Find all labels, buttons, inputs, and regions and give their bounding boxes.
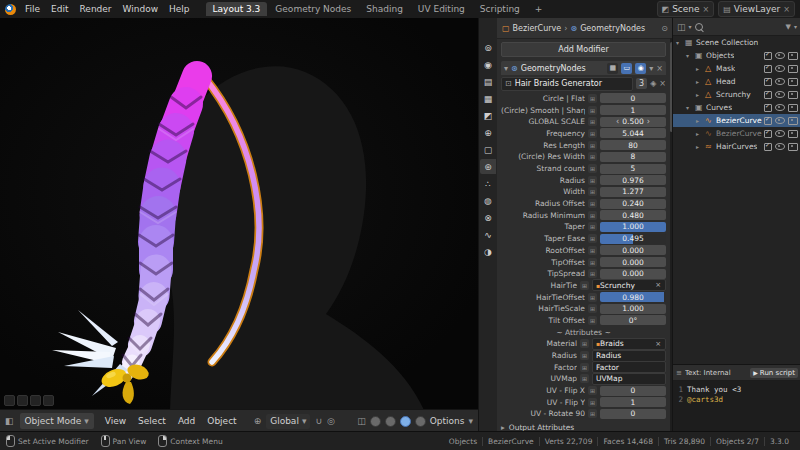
input-attribute-toggle-icon[interactable]: ⊞ — [588, 117, 597, 126]
outliner-row-scrunchy[interactable]: ▸ △ Scrunchy — [673, 88, 800, 101]
expander-icon[interactable]: ▾ — [676, 39, 683, 46]
input-attribute-toggle-icon[interactable]: ⊞ — [580, 339, 589, 348]
editor-type-icon[interactable]: ◧ — [5, 416, 14, 426]
workspace-shading[interactable]: Shading — [359, 2, 410, 16]
shading-wireframe-icon[interactable] — [370, 416, 381, 427]
display-editmode-toggle[interactable]: ▦ — [607, 63, 618, 74]
param-value-field[interactable]: ‹ ▪ Scrunchy › × — [592, 279, 666, 291]
param-value-field[interactable]: ‹ ▪ 5 › × — [600, 164, 666, 174]
viewport-corner-button[interactable] — [43, 395, 54, 406]
mode-dropdown[interactable]: Object Mode ▾ — [20, 413, 94, 429]
camera-icon[interactable] — [788, 143, 798, 151]
viewport-canvas[interactable] — [0, 18, 478, 410]
param-value-field[interactable]: ‹ ▪ 0 › × — [600, 409, 666, 419]
input-attribute-toggle-icon[interactable]: ⊞ — [588, 152, 597, 161]
run-script-button[interactable]: ▶ Run script — [750, 368, 798, 378]
param-value-field[interactable]: ‹ ▪ 1 › × — [600, 397, 666, 407]
param-value-field[interactable]: ‹ ▪ 0.000 › × — [600, 269, 666, 279]
input-attribute-toggle-icon[interactable]: ⊞ — [588, 199, 597, 208]
unlink-icon[interactable]: × — [659, 79, 666, 88]
breadcrumb-modifier[interactable]: GeometryNodes — [580, 24, 645, 33]
camera-icon[interactable] — [788, 52, 798, 60]
menu-help[interactable]: Help — [164, 3, 195, 15]
tab-object-data[interactable]: ∿ — [480, 227, 496, 242]
outliner-row-haircurves[interactable]: ▸ ≈ HairCurves — [673, 140, 800, 153]
eye-icon[interactable] — [775, 117, 785, 124]
viewport-corner-button[interactable] — [30, 395, 41, 406]
eye-icon[interactable] — [775, 104, 785, 111]
param-value-field[interactable]: ‹ ▪ 0.480 › × — [600, 210, 666, 220]
input-attribute-toggle-icon[interactable]: ⊞ — [588, 141, 597, 150]
checkbox-icon[interactable] — [764, 78, 772, 86]
tab-object[interactable]: ▢ — [480, 142, 496, 157]
tab-material[interactable]: ◑ — [480, 244, 496, 259]
text-editor-body[interactable]: 1 Thank you <3 2 @carts3d — [673, 381, 800, 407]
tab-physics[interactable]: ◍ — [480, 193, 496, 208]
checkbox-icon[interactable] — [764, 143, 772, 151]
input-attribute-toggle-icon[interactable]: ⊞ — [588, 258, 597, 267]
add-modifier-button[interactable]: Add Modifier — [501, 42, 666, 57]
shading-rendered-icon[interactable] — [415, 416, 426, 427]
pin-icon[interactable]: ⊙ — [661, 24, 668, 33]
param-value-field[interactable]: ‹ ▪ 0.495 › × — [600, 234, 666, 244]
input-attribute-toggle-icon[interactable]: ⊞ — [588, 269, 597, 278]
eye-icon[interactable] — [775, 52, 785, 59]
tab-output[interactable]: ▤ — [480, 74, 496, 89]
camera-icon[interactable] — [788, 65, 798, 73]
filter-icon[interactable]: ▼ — [786, 23, 791, 31]
modifier-extras-icon[interactable]: ▾ — [649, 64, 653, 73]
viewlayer-unlink-icon[interactable]: × — [783, 5, 790, 14]
input-attribute-toggle-icon[interactable]: ⊞ — [580, 363, 589, 372]
unlink-icon[interactable]: × — [655, 281, 662, 289]
display-render-toggle[interactable]: ◉ — [635, 63, 646, 74]
eye-icon[interactable] — [775, 91, 785, 98]
camera-icon[interactable] — [788, 78, 798, 86]
expander-icon[interactable]: ▸ — [696, 143, 703, 150]
param-value-field[interactable]: ‹ ▪ 0.240 › × — [600, 199, 666, 209]
camera-icon[interactable] — [788, 130, 798, 138]
outliner-row-head[interactable]: ▸ △ Head — [673, 75, 800, 88]
param-value-field[interactable]: ‹ ▪ 0 › × — [600, 93, 666, 103]
menu-window[interactable]: Window — [118, 3, 164, 15]
shading-solid-icon[interactable] — [385, 416, 396, 427]
user-count-badge[interactable]: 3 — [636, 78, 647, 89]
shading-material-icon[interactable] — [400, 416, 411, 427]
expander-icon[interactable]: ▸ — [696, 65, 703, 72]
tab-scene[interactable]: ◩ — [480, 108, 496, 123]
breadcrumb-object[interactable]: BezierCurve — [513, 24, 562, 33]
camera-icon[interactable] — [788, 104, 798, 112]
checkbox-icon[interactable] — [764, 130, 772, 138]
param-value-field[interactable]: ‹ ▪ 8 › × — [600, 152, 666, 162]
menu-render[interactable]: Render — [75, 3, 117, 15]
camera-icon[interactable] — [788, 117, 798, 125]
overlays-icon[interactable]: ◫ — [357, 416, 366, 426]
vp-menu-view[interactable]: View — [100, 415, 131, 427]
param-value-field[interactable]: ‹ ▪ UVMap › × — [592, 373, 666, 385]
viewport-3d[interactable]: ◧ Object Mode ▾ ViewSelectAddObject ⊕ Gl… — [0, 18, 478, 432]
expand-icon[interactable]: ▾ — [504, 64, 508, 73]
scene-selector[interactable]: ◩ Scene × — [657, 1, 715, 17]
outliner-row-objects[interactable]: ▾ ▣ Objects — [673, 49, 800, 62]
fake-user-shield-icon[interactable]: ◈ — [650, 79, 656, 88]
expander-icon[interactable]: ▸ — [696, 130, 703, 137]
param-value-field[interactable]: ‹ ▪ 0° › × — [600, 315, 666, 325]
checkbox-icon[interactable] — [764, 65, 772, 73]
param-value-field[interactable]: ‹ ▪ 1.000 › × — [600, 304, 666, 314]
input-attribute-toggle-icon[interactable]: ⊞ — [588, 234, 597, 243]
checkbox-icon[interactable] — [764, 104, 772, 112]
vp-menu-add[interactable]: Add — [173, 415, 200, 427]
head-silhouette[interactable] — [164, 66, 424, 410]
menu-edit[interactable]: Edit — [46, 3, 73, 15]
param-value-field[interactable]: ‹ ▪ 0 › × — [600, 386, 666, 396]
workspace-layout[interactable]: Layout 3.3 — [206, 2, 268, 16]
viewlayer-selector[interactable]: ▤ ViewLayer × — [718, 1, 795, 17]
input-attribute-toggle-icon[interactable]: ⊞ — [588, 106, 597, 115]
input-attribute-toggle-icon[interactable]: ⊞ — [588, 386, 597, 395]
workspace-uv-editing[interactable]: UV Editing — [411, 2, 472, 16]
outliner-row-scene-collection[interactable]: ▾ ▦ Scene Collection — [673, 36, 800, 49]
param-value-field[interactable]: ‹ ▪ 0.000 › × — [600, 257, 666, 267]
unlink-icon[interactable]: × — [655, 340, 662, 348]
input-attribute-toggle-icon[interactable]: ⊞ — [588, 304, 597, 313]
expander-icon[interactable]: ▸ — [696, 91, 703, 98]
param-value-field[interactable]: ‹ ▪ 5.044 › × — [600, 128, 666, 138]
